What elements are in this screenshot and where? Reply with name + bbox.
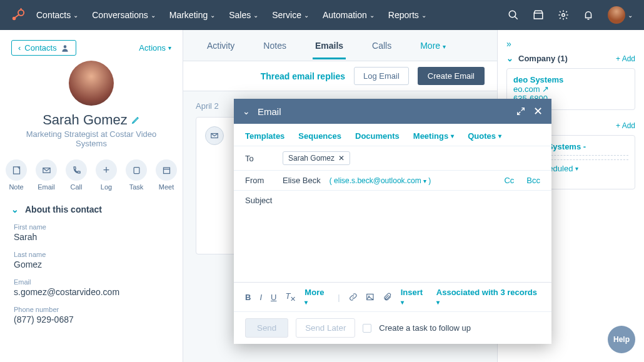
attachment-icon[interactable] <box>383 293 392 301</box>
cc-link[interactable]: Cc <box>504 176 514 185</box>
add-deal-link[interactable]: + Add <box>616 121 635 130</box>
image-icon[interactable] <box>366 293 375 301</box>
company-domain[interactable]: eo.com <box>513 84 540 94</box>
note-icon <box>12 166 21 175</box>
documents-tab[interactable]: Documents <box>355 131 400 141</box>
nav-conversations[interactable]: Conversations⌄ <box>92 10 156 20</box>
collapse-sidebar-icon[interactable]: » <box>506 39 511 49</box>
to-recipient-chip[interactable]: Sarah Gomez✕ <box>283 151 350 165</box>
meet-button[interactable]: Meet <box>156 159 177 191</box>
marketplace-icon[interactable] <box>533 9 544 21</box>
envelope-icon <box>42 166 51 175</box>
nav-contacts[interactable]: Contacts⌄ <box>36 10 78 20</box>
edit-icon[interactable] <box>131 116 140 124</box>
send-later-button[interactable]: Send Later <box>296 318 355 338</box>
call-button[interactable]: Call <box>66 159 87 191</box>
left-panel: ‹ Contacts Actions▾ Sarah Gomez Marketin… <box>0 30 183 362</box>
underline-button[interactable]: U <box>271 293 276 302</box>
phone-icon <box>72 166 81 175</box>
about-section-toggle[interactable]: ⌄ About this contact <box>11 204 171 214</box>
subject-label: Subject <box>245 196 274 205</box>
italic-button[interactable]: I <box>259 293 262 302</box>
bold-button[interactable]: B <box>245 293 251 302</box>
tab-emails[interactable]: Emails <box>313 32 346 59</box>
bell-icon[interactable] <box>583 9 594 21</box>
log-button[interactable]: +Log <box>96 159 117 191</box>
email-value[interactable]: s.gomez@costarvideo.com <box>14 287 171 297</box>
sequences-tab[interactable]: Sequences <box>298 131 341 141</box>
remove-chip-icon[interactable]: ✕ <box>338 154 345 163</box>
clear-format-button[interactable]: T✕ <box>285 291 296 303</box>
first-name-value[interactable]: Sarah <box>14 232 171 242</box>
format-more-dropdown[interactable]: More ▾ <box>304 288 329 306</box>
calendar-icon <box>162 166 171 175</box>
close-icon[interactable]: ✕ <box>533 104 543 118</box>
plus-icon: + <box>103 164 110 177</box>
send-button[interactable]: Send <box>245 318 288 338</box>
expand-icon[interactable] <box>516 106 526 116</box>
task-button[interactable]: Task <box>126 159 147 191</box>
tab-notes[interactable]: Notes <box>261 32 289 59</box>
nav-service[interactable]: Service⌄ <box>272 10 309 20</box>
svg-rect-6 <box>534 13 543 19</box>
contact-avatar[interactable] <box>69 61 114 106</box>
svg-line-2 <box>15 14 19 18</box>
note-button[interactable]: Note <box>6 159 27 191</box>
chevron-down-icon[interactable]: ▾ <box>575 165 578 172</box>
last-name-value[interactable]: Gomez <box>14 259 171 269</box>
email-button[interactable]: Email <box>36 159 57 191</box>
associated-records-dropdown[interactable]: Associated with 3 records ▾ <box>436 288 540 306</box>
company-name[interactable]: deo Systems <box>513 75 628 84</box>
bcc-link[interactable]: Bcc <box>526 176 540 185</box>
back-to-contacts[interactable]: ‹ Contacts <box>11 40 76 56</box>
follow-up-checkbox[interactable] <box>363 324 371 333</box>
meetings-tab[interactable]: Meetings▾ <box>413 131 454 141</box>
email-body-editor[interactable] <box>234 210 551 282</box>
minimize-chevron-icon[interactable]: ⌄ <box>243 106 250 116</box>
from-name: Elise Beck <box>283 176 321 185</box>
nav-reports[interactable]: Reports⌄ <box>388 10 426 20</box>
from-label: From <box>245 176 274 185</box>
chevron-down-icon: ⌄ <box>11 204 19 214</box>
email-composer: ⌄ Email ✕ Templates Sequences Documents … <box>234 99 551 344</box>
help-button[interactable]: Help <box>608 326 635 353</box>
templates-tab[interactable]: Templates <box>245 131 284 141</box>
svg-rect-12 <box>163 168 169 173</box>
task-icon <box>132 166 141 175</box>
chevron-down-icon: ⌄ <box>506 54 513 63</box>
link-icon[interactable] <box>349 293 358 301</box>
nav-marketing[interactable]: Marketing⌄ <box>169 10 215 20</box>
search-icon[interactable] <box>508 9 519 21</box>
actions-dropdown[interactable]: Actions▾ <box>139 43 171 53</box>
user-menu-chevron-icon[interactable]: ⌄ <box>628 12 633 19</box>
phone-value[interactable]: (877) 929-0687 <box>14 314 171 324</box>
from-email-dropdown[interactable]: ( elise.s.beck@outlook.com ▾ ) <box>330 176 431 185</box>
subject-input[interactable] <box>283 196 540 205</box>
first-name-label: First name <box>14 223 171 231</box>
chevron-left-icon: ‹ <box>18 43 21 53</box>
svg-point-4 <box>509 11 516 18</box>
add-company-link[interactable]: + Add <box>616 54 635 63</box>
gear-icon[interactable] <box>558 9 569 21</box>
thread-replies-link[interactable]: Thread email replies <box>261 71 345 81</box>
nav-sales[interactable]: Sales⌄ <box>229 10 258 20</box>
composer-title: Email <box>258 106 281 117</box>
phone-label: Phone number <box>14 306 171 313</box>
quotes-tab[interactable]: Quotes▾ <box>468 131 501 141</box>
tab-calls[interactable]: Calls <box>370 32 394 59</box>
svg-point-8 <box>63 45 66 48</box>
tab-more[interactable]: More ▾ <box>418 32 448 59</box>
contact-name: Sarah Gomez <box>43 112 140 128</box>
external-link-icon[interactable]: ↗ <box>542 84 549 94</box>
company-section-toggle[interactable]: ⌄Company (1) + Add <box>506 54 635 63</box>
to-label: To <box>245 154 274 163</box>
nav-automation[interactable]: Automation⌄ <box>323 10 375 20</box>
log-email-button[interactable]: Log Email <box>354 67 409 85</box>
tab-activity[interactable]: Activity <box>204 32 237 59</box>
envelope-icon <box>210 131 219 140</box>
insert-dropdown[interactable]: Insert ▾ <box>401 288 428 306</box>
user-avatar[interactable] <box>608 6 625 24</box>
hubspot-logo-icon[interactable] <box>11 8 25 22</box>
email-label: Email <box>14 278 171 286</box>
create-email-button[interactable]: Create Email <box>418 67 485 85</box>
